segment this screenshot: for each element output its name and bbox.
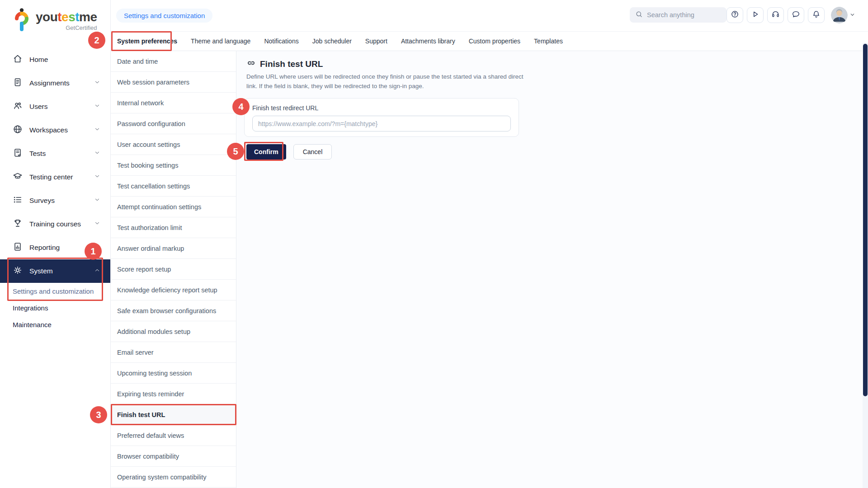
brand-logo[interactable]: youtestme GetCertified [0, 0, 110, 34]
redirect-url-label: Finish test redirect URL [252, 104, 511, 112]
annotation-badge-2: 2 [88, 32, 105, 49]
page-description: Define URL where users will be redirecte… [246, 72, 526, 91]
chevron-down-icon [94, 220, 100, 228]
home-icon [13, 54, 23, 66]
sidebar-item-label: System [29, 267, 53, 275]
sidebar-item-tests[interactable]: Tests [0, 142, 110, 165]
sidebar-item-label: Users [29, 103, 47, 111]
tab-notifications[interactable]: Notifications [264, 38, 298, 45]
scrollbar-thumb[interactable] [863, 44, 868, 396]
settings-item-browser-compatibility[interactable]: Browser compatibility [111, 446, 236, 467]
sidebar-item-system[interactable]: System [0, 259, 110, 283]
settings-item-internal-network[interactable]: Internal network [111, 93, 236, 113]
sidebar-subitem-settings-and-customization[interactable]: Settings and customization [0, 283, 110, 300]
play-button[interactable] [747, 7, 764, 23]
settings-item-attempt-continuation-settings[interactable]: Attempt continuation settings [111, 197, 236, 217]
sidebar-item-label: Reporting [29, 244, 60, 252]
settings-item-preferred-default-views[interactable]: Preferred default views [111, 425, 236, 446]
tests-icon [13, 148, 23, 160]
search-box[interactable] [630, 7, 726, 23]
search-icon [635, 10, 643, 20]
sidebar-item-label: Surveys [29, 197, 55, 205]
settings-item-user-account-settings[interactable]: User account settings [111, 134, 236, 155]
workspaces-icon [13, 124, 23, 136]
bell-button[interactable] [808, 7, 825, 23]
chat-icon [792, 10, 800, 20]
scrollbar-track[interactable] [863, 43, 868, 488]
settings-item-expiring-tests-reminder[interactable]: Expiring tests reminder [111, 384, 236, 404]
settings-item-finish-test-url[interactable]: Finish test URL [111, 404, 236, 425]
sidebar-nav: HomeAssignmentsUsersWorkspacesTestsTesti… [0, 48, 110, 333]
tab-custom-properties[interactable]: Custom properties [469, 38, 520, 45]
sidebar-item-home[interactable]: Home [0, 48, 110, 71]
settings-item-operating-system-compatibility[interactable]: Operating system compatibility [111, 467, 236, 488]
settings-item-additional-modules-setup[interactable]: Additional modules setup [111, 321, 236, 342]
main-content: Finish test URL Define URL where users w… [236, 51, 863, 488]
users-icon [13, 101, 23, 113]
assignments-icon [13, 77, 23, 89]
confirm-button[interactable]: Confirm [246, 144, 286, 160]
sidebar-item-assignments[interactable]: Assignments [0, 71, 110, 95]
bell-icon [812, 10, 821, 20]
settings-item-date-and-time[interactable]: Date and time [111, 51, 236, 72]
tab-templates[interactable]: Templates [534, 38, 563, 45]
settings-item-test-cancellation-settings[interactable]: Test cancellation settings [111, 176, 236, 197]
avatar[interactable] [831, 7, 848, 23]
chevron-down-icon [94, 197, 100, 205]
settings-item-safe-exam-browser-configurations[interactable]: Safe exam browser configurations [111, 300, 236, 321]
sidebar-subitem-maintenance[interactable]: Maintenance [0, 316, 110, 333]
link-icon [246, 58, 256, 70]
tab-support[interactable]: Support [365, 38, 387, 45]
annotation-badge-1: 1 [85, 243, 102, 260]
chevron-down-icon [94, 173, 100, 181]
settings-list: Date and timeWeb session parametersInter… [111, 51, 236, 488]
tab-theme-and-language[interactable]: Theme and language [191, 38, 250, 45]
surveys-icon [13, 195, 23, 206]
tab-attachments-library[interactable]: Attachments library [401, 38, 455, 45]
system-icon [13, 265, 23, 277]
settings-item-test-booking-settings[interactable]: Test booking settings [111, 155, 236, 176]
chevron-down-icon [94, 103, 100, 111]
chevron-down-icon [94, 126, 100, 134]
settings-item-email-server[interactable]: Email server [111, 342, 236, 363]
page-title: Finish test URL [260, 59, 323, 69]
finish-url-form-card: Finish test redirect URL [244, 98, 519, 137]
headset-button[interactable] [767, 7, 784, 23]
sidebar-item-surveys[interactable]: Surveys [0, 189, 110, 212]
settings-item-score-report-setup[interactable]: Score report setup [111, 259, 236, 280]
search-input[interactable] [647, 11, 721, 19]
sidebar-item-label: Training courses [29, 220, 81, 228]
cancel-button[interactable]: Cancel [293, 144, 332, 160]
testing-center-icon [13, 171, 23, 183]
settings-item-web-session-parameters[interactable]: Web session parameters [111, 72, 236, 93]
sidebar-item-label: Testing center [29, 173, 73, 181]
settings-item-answer-ordinal-markup[interactable]: Answer ordinal markup [111, 238, 236, 259]
brand-wordmark: youtestme [36, 11, 97, 23]
sidebar-item-workspaces[interactable]: Workspaces [0, 118, 110, 142]
sidebar-item-label: Tests [29, 150, 46, 158]
settings-item-knowledge-deficiency-report-setup[interactable]: Knowledge deficiency report setup [111, 280, 236, 300]
brand-mark-icon [12, 7, 31, 34]
settings-item-password-configuration[interactable]: Password configuration [111, 113, 236, 134]
settings-item-test-authorization-limit[interactable]: Test authorization limit [111, 217, 236, 238]
tab-system-preferences[interactable]: System preferences [117, 38, 177, 45]
annotation-badge-3: 3 [90, 406, 107, 423]
settings-item-upcoming-testing-session[interactable]: Upcoming testing session [111, 363, 236, 384]
annotation-badge-5: 5 [227, 143, 244, 160]
reporting-icon [13, 242, 23, 253]
page: youtestme GetCertified HomeAssignmentsUs… [0, 0, 868, 488]
breadcrumb[interactable]: Settings and customization [116, 9, 212, 23]
user-menu[interactable] [831, 7, 855, 23]
sidebar-subitem-integrations[interactable]: Integrations [0, 300, 110, 316]
brand-tagline: GetCertified [66, 24, 97, 31]
sidebar-item-users[interactable]: Users [0, 95, 110, 118]
chevron-down-icon [849, 11, 855, 19]
sidebar-item-testing-center[interactable]: Testing center [0, 165, 110, 189]
headset-icon [771, 10, 780, 20]
help-button[interactable] [726, 7, 743, 23]
redirect-url-input[interactable] [252, 116, 511, 131]
sidebar-item-training-courses[interactable]: Training courses [0, 212, 110, 236]
help-icon [731, 10, 739, 20]
chat-button[interactable] [788, 7, 804, 23]
tab-job-scheduler[interactable]: Job scheduler [312, 38, 352, 45]
